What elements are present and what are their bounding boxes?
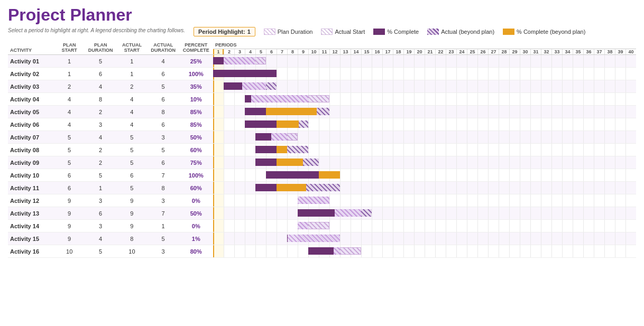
subtitle: Select a period to highlight at right. A… — [8, 27, 185, 33]
legend-bar: Select a period to highlight at right. A… — [8, 27, 636, 36]
th-actual-duration: ACTUAL DURATION — [148, 41, 179, 55]
table-row: Activity 04484610% — [8, 93, 636, 106]
legend-actual-start: Actual Start — [321, 29, 365, 35]
actual-start-value: 5 — [116, 156, 148, 169]
plan-duration-value: 5 — [85, 169, 116, 182]
legend-plan-duration: Plan Duration — [264, 29, 313, 35]
actual-duration-value: 6 — [148, 156, 179, 169]
percent-complete-value: 25% — [179, 55, 213, 68]
plan-duration-value: 2 — [85, 144, 116, 156]
actual-start-value: 4 — [116, 106, 148, 118]
plan-duration-value: 5 — [85, 245, 116, 258]
activity-name: Activity 04 — [8, 93, 54, 106]
th-activity: ACTIVITY — [8, 41, 54, 55]
gantt-cell — [213, 106, 636, 118]
plan-start-value: 1 — [54, 55, 85, 68]
actual-start-value: 1 — [116, 55, 148, 68]
period-highlight[interactable]: Period Highlight: 1 — [194, 27, 255, 36]
page-title: Project Planner — [8, 5, 636, 25]
actual-start-value: 9 — [116, 207, 148, 220]
activity-name: Activity 14 — [8, 220, 54, 232]
plan-start-value: 6 — [54, 169, 85, 182]
actual-beyond-swatch — [427, 29, 439, 35]
plan-start-value: 5 — [54, 156, 85, 169]
plan-duration-value: 2 — [85, 156, 116, 169]
plan-start-value: 4 — [54, 93, 85, 106]
percent-complete-value: 75% — [179, 156, 213, 169]
plan-start-value: 4 — [54, 106, 85, 118]
table-row: Activity 08525560% — [8, 144, 636, 156]
plan-duration-value: 3 — [85, 118, 116, 131]
table-row: Activity 09525675% — [8, 156, 636, 169]
plan-start-value: 6 — [54, 182, 85, 194]
percent-complete-value: 100% — [179, 169, 213, 182]
activity-name: Activity 06 — [8, 118, 54, 131]
plan-duration-value: 6 — [85, 68, 116, 80]
activity-name: Activity 10 — [8, 169, 54, 182]
actual-start-value: 6 — [116, 169, 148, 182]
page: Project Planner Select a period to highl… — [0, 0, 644, 263]
plan-duration-value: 4 — [85, 80, 116, 93]
gantt-cell — [213, 194, 636, 207]
gantt-cell — [213, 131, 636, 144]
activity-name: Activity 13 — [8, 207, 54, 220]
gantt-cell — [213, 232, 636, 245]
actual-duration-value: 3 — [148, 245, 179, 258]
actual-duration-value: 5 — [148, 232, 179, 245]
plan-start-value: 9 — [54, 207, 85, 220]
gantt-cell — [213, 118, 636, 131]
activity-name: Activity 05 — [8, 106, 54, 118]
activity-name: Activity 11 — [8, 182, 54, 194]
table-row: Activity 1594851% — [8, 232, 636, 245]
actual-duration-value: 3 — [148, 131, 179, 144]
pct-beyond-swatch — [503, 29, 514, 35]
actual-duration-value: 1 — [148, 220, 179, 232]
plan-duration-value: 4 — [85, 232, 116, 245]
gantt-cell — [213, 220, 636, 232]
plan-start-value: 1 — [54, 68, 85, 80]
actual-duration-value: 6 — [148, 68, 179, 80]
gantt-cell — [213, 156, 636, 169]
plan-duration-value: 8 — [85, 93, 116, 106]
actual-start-value: 9 — [116, 194, 148, 207]
table-row: Activity 03242535% — [8, 80, 636, 93]
actual-start-value: 2 — [116, 80, 148, 93]
plan-duration-value: 3 — [85, 220, 116, 232]
activity-name: Activity 08 — [8, 144, 54, 156]
actual-start-value: 9 — [116, 220, 148, 232]
pct-complete-label: % Complete — [387, 29, 419, 35]
pct-beyond-label: % Complete (beyond plan) — [517, 29, 585, 35]
actual-start-value: 8 — [116, 232, 148, 245]
activity-name: Activity 07 — [8, 131, 54, 144]
gantt-cell — [213, 207, 636, 220]
gantt-cell — [213, 245, 636, 258]
percent-complete-value: 0% — [179, 220, 213, 232]
plan-duration-swatch — [264, 29, 275, 35]
percent-complete-value: 85% — [179, 118, 213, 131]
plan-duration-value: 2 — [85, 106, 116, 118]
th-actual-start: ACTUAL START — [116, 41, 148, 55]
actual-duration-value: 6 — [148, 118, 179, 131]
actual-duration-value: 5 — [148, 144, 179, 156]
plan-start-value: 2 — [54, 80, 85, 93]
period-highlight-value: 1 — [247, 29, 251, 35]
legend-pct-beyond: % Complete (beyond plan) — [503, 29, 585, 35]
plan-start-value: 10 — [54, 245, 85, 258]
percent-complete-value: 10% — [179, 93, 213, 106]
plan-start-value: 4 — [54, 118, 85, 131]
gantt-chart: ACTIVITY PLAN START PLAN DURATION ACTUAL… — [8, 41, 636, 258]
actual-duration-value: 6 — [148, 93, 179, 106]
gantt-cell — [213, 182, 636, 194]
percent-complete-value: 50% — [179, 207, 213, 220]
table-row: Activity 13969750% — [8, 207, 636, 220]
actual-start-value: 1 — [116, 68, 148, 80]
table-row: Activity 06434685% — [8, 118, 636, 131]
actual-start-value: 5 — [116, 182, 148, 194]
plan-duration-value: 6 — [85, 207, 116, 220]
percent-complete-value: 60% — [179, 182, 213, 194]
plan-duration-value: 4 — [85, 131, 116, 144]
plan-duration-label: Plan Duration — [278, 29, 313, 35]
table-row: Activity 1293930% — [8, 194, 636, 207]
actual-beyond-label: Actual (beyond plan) — [441, 29, 494, 35]
percent-complete-value: 100% — [179, 68, 213, 80]
